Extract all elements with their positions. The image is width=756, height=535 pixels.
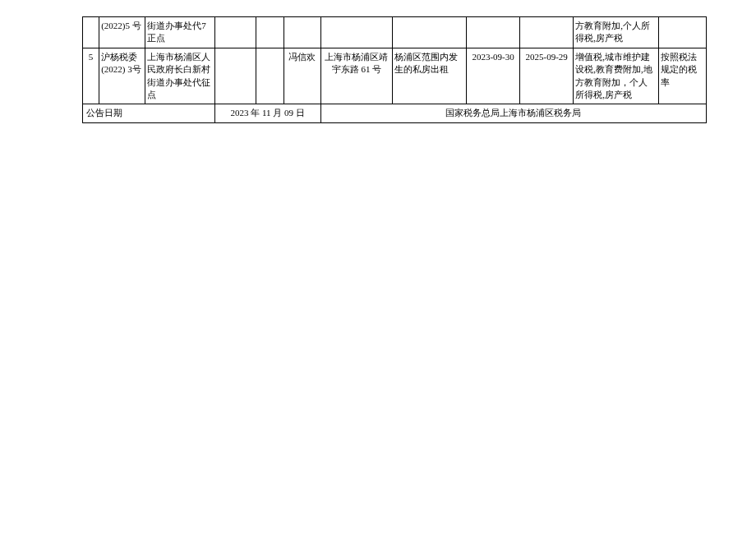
footer-org: 国家税务总局上海市杨浦区税务局 <box>320 104 706 122</box>
document-table-container: (2022)5 号 街道办事处代7 正点 方教育附加,个人所得税,房产税 5 沪… <box>82 16 707 123</box>
table-row: 5 沪杨税委(2022) 3号 上海市杨浦区人民政府长白新村街道办事处代征点 冯… <box>83 48 707 104</box>
cell-seq <box>83 17 99 48</box>
cell-scope <box>393 17 467 48</box>
cell-person <box>284 17 320 48</box>
footer-label: 公告日期 <box>83 104 215 122</box>
cell-empty <box>256 17 284 48</box>
cell-date-start: 2023-09-30 <box>467 48 520 104</box>
cell-seq: 5 <box>83 48 99 104</box>
table-row: (2022)5 号 街道办事处代7 正点 方教育附加,个人所得税,房产税 <box>83 17 707 48</box>
cell-rate <box>658 17 707 48</box>
cell-empty <box>256 48 284 104</box>
cell-taxes: 方教育附加,个人所得税,房产税 <box>574 17 658 48</box>
cell-entity: 街道办事处代7 正点 <box>145 17 214 48</box>
cell-empty <box>214 17 256 48</box>
cell-date-start <box>467 17 520 48</box>
cell-rate: 按照税法规定的税率 <box>658 48 707 104</box>
cell-person: 冯信欢 <box>284 48 320 104</box>
cell-address <box>320 17 393 48</box>
cell-scope: 杨浦区范围内发生的私房出租 <box>393 48 467 104</box>
footer-date: 2023 年 11 月 09 日 <box>214 104 320 122</box>
cell-taxes: 增值税,城市维护建设税,教育费附加,地方教育附加，个人所得税,房产税 <box>574 48 658 104</box>
cell-entity: 上海市杨浦区人民政府长白新村街道办事处代征点 <box>145 48 214 104</box>
cell-empty <box>214 48 256 104</box>
table-footer-row: 公告日期 2023 年 11 月 09 日 国家税务总局上海市杨浦区税务局 <box>83 104 707 122</box>
cell-date-end <box>520 17 574 48</box>
cell-date-end: 2025-09-29 <box>520 48 574 104</box>
cell-doc-no: 沪杨税委(2022) 3号 <box>99 48 145 104</box>
cell-doc-no: (2022)5 号 <box>99 17 145 48</box>
tax-table: (2022)5 号 街道办事处代7 正点 方教育附加,个人所得税,房产税 5 沪… <box>82 16 707 123</box>
cell-address: 上海市杨浦区靖宇东路 61 号 <box>320 48 393 104</box>
